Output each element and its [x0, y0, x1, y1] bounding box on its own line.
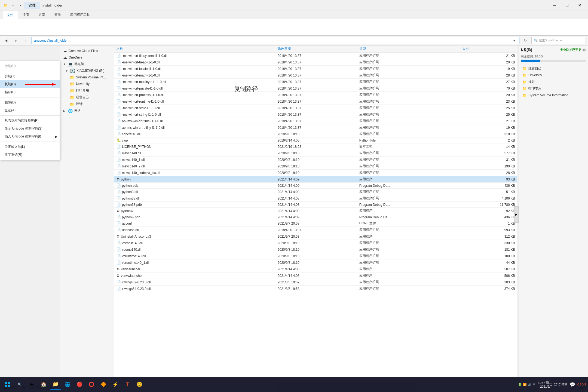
manage-tab[interactable]: 管理: [24, 2, 40, 9]
forward-button[interactable]: ▶: [12, 37, 20, 44]
table-row[interactable]: 📄 LICENSE_PYTHON 2021/2/19 18:28 文本文档 14…: [114, 143, 517, 150]
search-box[interactable]: 🔍 搜索"install_folde...: [531, 37, 586, 44]
table-row[interactable]: 📄 api-ms-win-crt-utility-l1-1-0.dll 2018…: [114, 124, 517, 131]
table-row[interactable]: 📄 -ms-win-crt-locale-l1-1-0.dll 2018/4/2…: [114, 66, 517, 72]
col-date[interactable]: 修改日期: [275, 45, 357, 53]
back-button[interactable]: ◀: [2, 37, 10, 44]
ctx-show-unicode[interactable]: 显示 Unicode 控制字符(S): [0, 125, 60, 133]
taskbar-app-8[interactable]: 😊: [134, 379, 145, 390]
sidebar-item-system-vol[interactable]: 📁 System Volume Inf...: [60, 74, 114, 81]
taskbar-app-7[interactable]: T: [122, 379, 133, 390]
address-box[interactable]: anaconda\install_folder ▼: [32, 37, 519, 44]
gear-icon[interactable]: ⚙: [582, 48, 586, 52]
sidebar-item-unversity[interactable]: 📁 Unversity: [60, 81, 114, 87]
table-row[interactable]: 📄 python38.dll 2021/4/14 4:08 应用程序扩展 4,1…: [114, 195, 517, 202]
taskbar-app-4[interactable]: ⭕: [86, 379, 97, 390]
sidebar-item-print[interactable]: 📁 打印专用: [60, 87, 114, 94]
table-row[interactable]: 📄 python3.dll 2021/4/14 4:08 应用程序扩展 51 K…: [114, 189, 517, 195]
ctx-close-ime[interactable]: 关闭输入法(L): [0, 143, 60, 151]
table-row[interactable]: 📄 vccorlib140.dll 2020/9/8 18:10 应用程序扩展 …: [114, 240, 517, 246]
taskbar-app-5[interactable]: 🔶: [98, 379, 109, 390]
table-row[interactable]: 📄 -ms-win-crt-string-l1-1-0.dll 2018/4/2…: [114, 111, 517, 118]
table-row[interactable]: ⚙ pythonw 2021/4/14 4:09 应用程序 92 KB: [114, 208, 517, 214]
sidebar-item-onedrive[interactable]: ☁ OneDrive: [60, 54, 114, 61]
ctx-rtl[interactable]: 从右到左的阅读顺序(R): [0, 117, 60, 125]
tab-share[interactable]: 共享: [34, 11, 50, 19]
sidebar-item-network[interactable]: ▶ 🌐 网络: [60, 108, 114, 114]
ctx-insert-unicode[interactable]: 插入 Unicode 控制字符(I) ▶: [0, 133, 60, 140]
table-row[interactable]: ⚙ venvlauncher 2021/4/14 4:08 应用程序 507 K…: [114, 266, 517, 272]
ctx-delete[interactable]: 删除(D): [0, 99, 60, 106]
taskbar-search-button[interactable]: 🔍: [14, 379, 25, 390]
table-row[interactable]: 📄 msvcp140_2.dll 2020/9/8 18:10 应用程序扩展 1…: [114, 163, 517, 170]
table-row[interactable]: 📄 xlwings32-0.23.0.dll 2021/3/5 19:57 应用…: [114, 279, 517, 286]
quick-access-icon2[interactable]: ▼: [17, 2, 24, 9]
up-button[interactable]: ↑: [22, 37, 29, 44]
table-row[interactable]: 📄 -ms-win-crt-process-l1-1-0.dll 2018/4/…: [114, 92, 517, 98]
taskbar-app-1[interactable]: 🏠: [38, 379, 49, 390]
table-row[interactable]: 📄 msvcp140.dll 2020/9/8 18:10 应用程序扩展 577…: [114, 150, 517, 157]
ctx-select-all[interactable]: 全选(A): [0, 106, 60, 114]
table-row[interactable]: 📄 msvcp140_codecvt_ids.dll 2020/9/8 18:1…: [114, 170, 517, 176]
right-folder-design[interactable]: 📁 设计: [521, 78, 586, 85]
table-row[interactable]: 📄 -ms-win-crt-stdio-l1-1-0.dll 2018/4/20…: [114, 105, 517, 111]
taskbar-app-6[interactable]: ⚡: [110, 379, 121, 390]
ctx-undo[interactable]: 撤消(U): [0, 62, 60, 70]
taskbar-app-edge[interactable]: 🌐: [62, 379, 73, 390]
close-button[interactable]: ✕: [573, 0, 586, 11]
tab-home[interactable]: 主页: [19, 11, 34, 19]
right-folder-jingying[interactable]: 📁 经营自己: [521, 65, 586, 72]
right-folder-system-vol[interactable]: 📁 System Volume Information: [521, 92, 586, 99]
right-folder-unversity[interactable]: 📁 Unversity: [521, 72, 586, 78]
table-row[interactable]: 📄 vcomp140.dll 2020/9/8 18:10 应用程序扩展 181…: [114, 246, 517, 253]
sidebar-item-jingying[interactable]: 📁 经营自己: [60, 94, 114, 101]
start-button[interactable]: [2, 379, 13, 390]
minimize-button[interactable]: ─: [548, 0, 561, 11]
taskbar-app-explorer[interactable]: 📁: [50, 379, 61, 390]
table-row[interactable]: 📄 xlwings64-0.23.0.dll 2021/3/5 19:58 应用…: [114, 286, 517, 292]
taskbar-app-3[interactable]: 🔴: [74, 379, 85, 390]
sidebar-item-drive-e[interactable]: ▼ 💽 XIAOJIZHENG (E:): [60, 68, 114, 74]
table-row[interactable]: 📄 pythonw.pdb 2021/4/14 4:09 Program Deb…: [114, 214, 517, 220]
table-row[interactable]: 📄 msvcp140_1.dll 2020/9/8 18:10 应用程序扩展 3…: [114, 157, 517, 163]
table-row[interactable]: 📄 api-ms-win-crt-time-l1-1-0.dll 2018/4/…: [114, 118, 517, 124]
table-row[interactable]: ⚙ python 2021/4/14 4:09 应用程序 93 KB: [114, 176, 517, 183]
table-row[interactable]: 📄 concrt140.dll 2020/9/8 18:10 应用程序扩展 31…: [114, 131, 517, 137]
table-row[interactable]: 📄 qt.conf 2021/9/7 20:58 CONF 文件 1 KB: [114, 220, 517, 227]
tab-file[interactable]: 文件: [2, 11, 18, 19]
table-row[interactable]: 📄 -ms-win-crt-math-l1-1-0.dll 2018/4/20 …: [114, 72, 517, 79]
clock[interactable]: 21:57 周二 2021/9/7: [538, 381, 552, 388]
panel-collapse-button[interactable]: ▶: [514, 206, 519, 223]
ctx-paste[interactable]: 粘贴(P): [0, 88, 60, 96]
tab-app-tools[interactable]: 应用程序工具: [66, 11, 94, 19]
taskbar-app-widgets[interactable]: ⊞: [26, 379, 37, 390]
table-row[interactable]: 📄 -ms-win-crt-private-l1-1-0.dll 2018/4/…: [114, 85, 517, 92]
table-row[interactable]: ⚙ Uninstall-Anaconda3 2021/9/7 20:58 应用程…: [114, 233, 517, 240]
table-row[interactable]: 📄 -ms-win-crt-runtime-l1-1-0.dll 2018/4/…: [114, 98, 517, 105]
sidebar-item-this-pc[interactable]: ▼ 💻 此电脑: [60, 61, 114, 68]
address-dropdown[interactable]: ▼: [512, 39, 517, 42]
notification-icon[interactable]: 💬: [570, 382, 575, 387]
tab-view[interactable]: 查看: [50, 11, 65, 19]
table-row[interactable]: 📄 -ms-win-crt-multibyte-l1-1-0.dll 2018/…: [114, 79, 517, 85]
table-row[interactable]: 📄 -ms-win-crt-filesystem-l1-1-0.dll 2018…: [114, 53, 517, 59]
table-row[interactable]: 📄 vcruntime140.dll 2020/9/8 18:10 应用程序扩展…: [114, 253, 517, 259]
table-row[interactable]: 📄 -ms-win-crt-heap-l1-1-0.dll 2018/4/20 …: [114, 59, 517, 66]
table-row[interactable]: 📄 python38.pdb 2021/4/14 4:08 Program De…: [114, 202, 517, 208]
right-folder-print[interactable]: 📁 打印专用: [521, 85, 586, 92]
col-type[interactable]: 类型: [357, 45, 460, 53]
table-row[interactable]: 📄 ucrtbase.dll 2018/4/20 13:37 应用程序扩展 99…: [114, 227, 517, 233]
ctx-cut[interactable]: 剪切(T): [0, 72, 60, 80]
table-row[interactable]: 📄 python.pdb 2021/4/14 4:09 Program Debu…: [114, 183, 517, 189]
ctx-copy[interactable]: 复制(C): [0, 80, 60, 88]
quick-access-icon1[interactable]: ─: [10, 2, 16, 9]
sidebar-item-creative-cloud[interactable]: ☁ Creative Cloud Files: [60, 48, 114, 54]
col-size[interactable]: 大小: [460, 45, 517, 53]
refresh-button[interactable]: ↻: [522, 37, 529, 44]
table-row[interactable]: 📄 vcruntime140_1.dll 2020/9/8 18:10 应用程序…: [114, 259, 517, 266]
sidebar-item-design[interactable]: 📁 设计: [60, 101, 114, 108]
table-row[interactable]: 🐍 cwp 2019/3/14 4:00 Python File 2 KB: [114, 137, 517, 143]
table-row[interactable]: ⚙ venvwlauncher 2021/4/14 4:08 应用程序 506 …: [114, 272, 517, 279]
col-name[interactable]: 名称: [114, 45, 275, 53]
maximize-button[interactable]: □: [561, 0, 573, 11]
